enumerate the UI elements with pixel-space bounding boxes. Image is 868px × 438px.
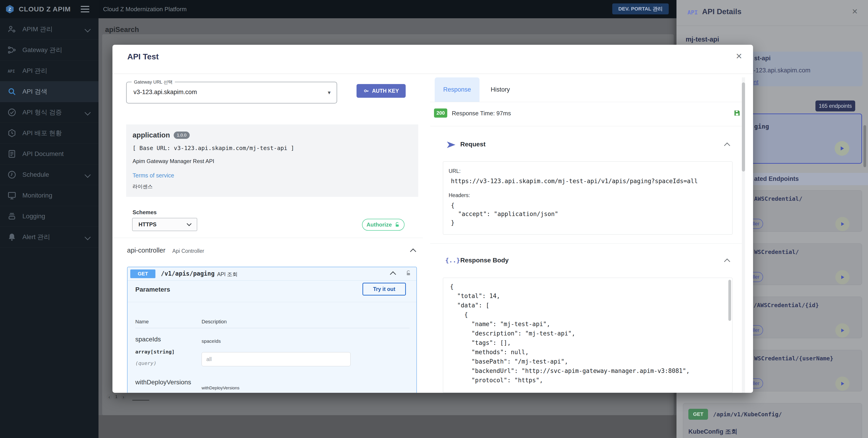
request-headers-label: Headers: [448,192,470,198]
request-box: URL: https://v3-123.api.skapim.com/mj-te… [443,162,733,235]
app-root: apiSearch ‹ 1 › API API Details × mj-tes… [0,0,868,438]
related-endpoint-path-fragment: WSCredential/ [754,249,799,255]
authorize-button[interactable]: Authorize [362,219,405,231]
sidebar-item-api-document[interactable]: API Document [0,144,98,164]
sidebar-item-api-management[interactable]: API API 관리 [0,61,98,81]
response-body-json: { "total": 14, "data": [ { "name": "mj-t… [450,282,690,385]
pagination-prev-button[interactable]: ‹ [106,394,112,400]
play-icon [840,274,845,280]
sidebar-item-api-search[interactable]: API 검색 [0,81,98,102]
drawer-api-name: mj-test-api [686,36,719,43]
topbar-title: Cloud Z Modernization Platform [103,6,187,13]
chevron-down-icon [85,172,91,178]
api-icon: API [7,66,17,75]
modal-title: API Test [127,52,159,61]
related-endpoint-path-fragment: /AWSCredential/{id} [753,302,819,308]
controller-name: api-controller [127,247,165,254]
pagination-next-button[interactable]: › [121,394,126,400]
hamburger-menu-icon[interactable] [81,6,89,12]
schemes-select[interactable]: HTTPS [132,218,197,231]
terms-of-service-link[interactable]: Terms of service [132,172,174,179]
select-chevron-icon [187,221,191,226]
endpoint-lock-icon[interactable] [405,270,411,276]
pagination-page-button[interactable]: 1 [114,394,119,400]
request-collapse-icon[interactable] [724,142,730,149]
modal-pane-scrollbar-thumb[interactable] [742,82,745,171]
param-description: withDeployVersions [202,385,240,391]
document-icon [7,149,17,159]
sidebar-item-monitoring[interactable]: Monitoring [0,185,98,206]
gateway-url-label: Gateway URL 선택 [132,79,175,85]
application-title: application [132,131,170,139]
drawer-title: API Details [702,7,741,16]
sidebar-item-gateway-management[interactable]: Gateway 관리 [0,40,98,61]
sidebar-item-schedule[interactable]: Schedule [0,164,98,185]
param-name: spaceIds [135,336,161,343]
param-value-input[interactable] [202,352,350,366]
auth-key-button[interactable]: AUTH KEY [356,84,406,98]
page-below-card [98,415,677,438]
sidebar-item-alert-management[interactable]: Alert 관리 [0,227,98,247]
param-description: spaceIds [202,338,221,344]
api-test-modal: API Test × Gateway URL 선택 v3-123.api.ska… [113,45,753,393]
response-body-box: { "total": 14, "data": [ { "name": "mj-t… [443,278,733,393]
chevron-down-icon [85,26,91,32]
selected-endpoint-path-fragment: ging [754,123,769,130]
page-size-select[interactable] [132,400,149,401]
related-endpoint-play-button[interactable] [835,270,849,284]
svg-text:Z: Z [8,7,11,12]
endpoints-count-badge: 165 endpoints [815,100,855,111]
get-endpoint-block: GET /v1/apis/paging API 조회 Parameters Tr… [127,267,417,393]
related-endpoints-header-fragment: ated Endpoints [754,175,799,182]
endpoint-summary: API 조회 [217,271,238,278]
related-endpoint-play-button[interactable] [835,377,849,391]
get-method-badge: GET [688,409,708,420]
selected-endpoint-play-button[interactable] [835,141,849,156]
sidebar-item-logging[interactable]: Logging [0,206,98,227]
save-icon[interactable] [733,109,741,117]
related-endpoint-play-button[interactable] [835,217,849,231]
play-icon [840,221,845,227]
sidebar-item-api-validation[interactable]: API 형식 검증 [0,102,98,123]
tab-response[interactable]: Response [435,77,479,102]
application-description: Apim Gateway Manager Rest API [132,158,214,164]
bell-icon [7,233,17,242]
svg-text:API: API [8,69,15,73]
monitor-icon [7,191,17,200]
param-col-name: Name [135,319,149,325]
sidebar-item-apim-management[interactable]: APIM 관리 [0,19,98,40]
response-time-text: Response Time: 97ms [452,110,511,117]
response-body-collapse-icon[interactable] [724,259,730,265]
endpoint-collapse-icon[interactable] [390,271,396,277]
page-title: apiSearch [105,26,139,34]
request-title: Request [460,141,486,148]
chevron-down-icon [85,234,91,240]
tab-history[interactable]: History [479,77,521,102]
modal-close-icon[interactable]: × [736,50,742,62]
request-headers: { "accept": "application/json" } [451,201,558,227]
license-link[interactable]: 라이센스 [132,183,153,190]
request-url-label: URL: [448,168,461,174]
branch-icon [7,45,17,55]
version-badge: 1.0.0 [174,132,190,139]
drawer-close-icon[interactable]: × [852,6,858,17]
related-endpoint-play-button[interactable] [835,323,849,338]
status-code-badge: 200 [434,108,447,117]
gateway-url-value: v3-123.api.skapim.com [133,89,197,96]
parameters-title: Parameters [135,286,170,293]
clock-icon [7,170,17,179]
try-it-out-button[interactable]: Try it out [363,283,406,296]
select-arrow-icon: ▼ [327,90,332,96]
kubeconfig-path: /apim/v1/KubeConfig/ [713,411,782,418]
collapse-chevron-icon[interactable] [410,248,416,255]
drawer-scrollbar[interactable] [863,125,866,167]
param-type: array[string] [135,349,175,355]
dev-portal-button[interactable]: DEV. PORTAL 관리 [612,3,669,14]
response-body-scrollbar[interactable] [728,280,731,321]
play-icon [839,145,845,151]
request-url: https://v3-123.api.skapim.com/mj-test-ap… [451,178,698,184]
base-url: [ Base URL: v3-123.api.skapim.com/mj-tes… [132,145,294,151]
drawer-info-link-fragment[interactable]: nt [753,78,758,86]
sidebar-item-api-deploy-status[interactable]: API 배포 현황 [0,123,98,144]
users-gear-icon [7,25,17,34]
